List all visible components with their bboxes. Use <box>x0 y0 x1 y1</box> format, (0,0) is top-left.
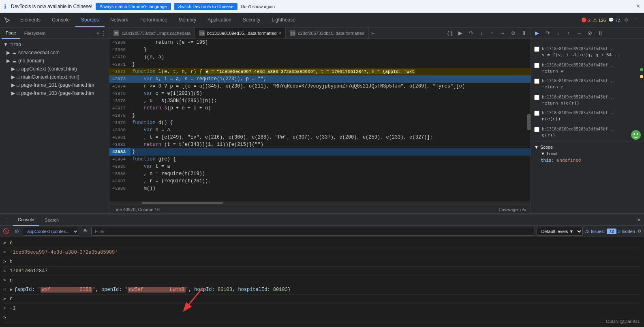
code-editor[interactable]: 43968 return t[e -= 195] 43969 } 43970 )… <box>109 39 531 205</box>
tree-item-nodomain[interactable]: ▶ ☁ (no domain) <box>0 57 109 65</box>
breakpoint-5: bc1318e8109ed35283a3dfb45bf... n(e(r)) <box>531 108 644 124</box>
close-bottom-panel-button[interactable]: × <box>637 216 641 224</box>
clear-console-icon[interactable]: 🚫 <box>2 227 11 236</box>
expand-icon: ▶ <box>6 58 10 64</box>
tab-application[interactable]: Application <box>202 13 237 27</box>
breakpoint-checkbox-3[interactable] <box>534 79 539 84</box>
step-into-icon[interactable]: ↓ <box>477 29 486 38</box>
tab-sources[interactable]: Sources <box>75 13 105 27</box>
console-menu-icon[interactable]: ⋮ <box>3 216 12 224</box>
preserve-log-icon[interactable]: ⊘ <box>12 227 21 236</box>
tab-elements[interactable]: Elements <box>15 13 46 27</box>
close-tab-2[interactable]: × <box>279 31 281 35</box>
issues-settings-icon[interactable]: ⚙ <box>637 228 642 235</box>
tab-security[interactable]: Security <box>237 13 266 27</box>
tab-page[interactable]: Page <box>2 28 20 39</box>
code-line-43979: 43979 function d() { <box>109 119 531 126</box>
right-panel-toolbar: ▶ ↷ ↓ ↑ → ⊘ ⏸ <box>531 28 644 39</box>
tree-item-appcontext[interactable]: ▶ □ appContext (context.html) <box>0 65 109 73</box>
scope-item-this: this: undefined <box>534 157 641 164</box>
pause-on-exceptions-button[interactable]: ⏸ <box>596 29 605 38</box>
step-out-button[interactable]: ↑ <box>564 29 573 38</box>
step-button[interactable]: → <box>575 29 584 38</box>
folder-icon: □ <box>17 74 19 80</box>
code-line-43987: 43987 , r = (require(t(261)), <box>109 177 531 185</box>
local-scope-header[interactable]: ▼ Local <box>534 150 641 157</box>
bottom-tabs: ⋮ Console Search × <box>0 214 644 226</box>
breakpoint-1: bc1318e8109ed35283a3dfb45bf... v = f(v, … <box>531 44 644 60</box>
eye-icon[interactable]: 👁 <box>81 227 90 236</box>
breakpoint-checkbox-1[interactable] <box>534 47 539 52</box>
switch-chinese-button[interactable]: Switch DevTools to Chinese <box>174 3 237 10</box>
code-area: JS c28cf285733dbcf...lmpz.cachedata JS b… <box>109 28 531 214</box>
resume-button[interactable]: ▶ <box>533 29 541 38</box>
tab-memory[interactable]: Memory <box>173 13 202 27</box>
deactivate-all-breakpoints-button[interactable]: ⊘ <box>585 29 594 38</box>
settings-gear-icon[interactable]: ⚙ <box>623 16 630 24</box>
folder-icon: □ <box>17 90 19 96</box>
pause-icon[interactable]: ▶ <box>456 29 465 38</box>
status-bar: Line 43970, Column 16 Coverage: n/a <box>109 205 531 214</box>
context-selector[interactable]: appContext (contex... <box>23 227 79 236</box>
code-line-43975: 43975 var c = e[i(202)](5) <box>109 90 531 97</box>
code-lines: 43968 return t[e -= 195] 43969 } 43970 )… <box>109 39 531 192</box>
tab-console[interactable]: Console <box>46 13 75 27</box>
error-badge: 🔴 2 <box>581 17 591 23</box>
step-icon[interactable]: → <box>498 29 507 38</box>
pretty-print-icon[interactable]: { } <box>445 29 454 38</box>
sidebar-menu-button[interactable]: ⋮ <box>99 30 107 37</box>
tab-network[interactable]: Network <box>105 13 134 27</box>
step-over-icon[interactable]: ↷ <box>466 29 475 38</box>
more-options-icon[interactable]: ⋮ <box>632 16 640 24</box>
file-tab-3[interactable]: JS c28cf285733dbcf...data:formatted <box>286 28 369 39</box>
tab-performance[interactable]: Performance <box>134 13 173 27</box>
sources-panel: Page Filesystem » ⋮ ▼ □ top ▶ ☁ servicew… <box>0 28 644 214</box>
breakpoint-checkbox-6[interactable] <box>534 127 539 132</box>
match-language-button[interactable]: Always match Chrome's language <box>96 3 171 10</box>
tab-filesystem[interactable]: Filesystem <box>20 28 50 39</box>
tree-item-pageframe101[interactable]: ▶ □ page-frame_101 (page-frame.htm <box>0 81 109 89</box>
info-icon: ℹ <box>4 3 6 10</box>
file-tabs-more-icon[interactable]: » <box>369 30 377 36</box>
folder-icon: □ <box>17 82 19 88</box>
issues-num-badge[interactable]: 72 <box>607 229 616 234</box>
step-out-icon[interactable]: ↑ <box>488 29 496 38</box>
folder-icon: □ <box>17 66 19 72</box>
code-line-43969: 43969 } <box>109 46 531 53</box>
right-panel-content: bc1318e8109ed35283a3dfb45bf... v = f(v, … <box>531 39 644 214</box>
close-infobar-button[interactable]: × <box>636 3 640 10</box>
breakpoint-checkbox-2[interactable] <box>534 63 539 68</box>
horizontal-scrollbar[interactable] <box>109 201 531 205</box>
console-line-n-in: < ▶ {appId: 'wxf 2352', openId: 'ow5ef L… <box>3 285 641 295</box>
deactivate-breakpoints-icon[interactable]: ⊘ <box>509 29 518 38</box>
code-line-43968: 43968 return t[e -= 195] <box>109 39 531 46</box>
tree-item-maincontext[interactable]: ▶ □ mainContext (context.html) <box>0 73 109 81</box>
log-level-selector[interactable]: Default levels ▼ <box>537 227 583 236</box>
file-tab-2[interactable]: JS bc1318e8109ed35...data:formatted × <box>195 28 286 39</box>
breakpoint-checkbox-5[interactable] <box>534 111 539 116</box>
devtools-body: Page Filesystem » ⋮ ▼ □ top ▶ ☁ servicew… <box>0 28 644 327</box>
breakpoint-4: bc1318e8109ed35283a3dfb45bf... return n(… <box>531 92 644 109</box>
console-filter-input[interactable] <box>91 227 535 236</box>
tree-item-servicewechat[interactable]: ▶ ☁ servicewechat.com <box>0 49 109 57</box>
tree-item-top[interactable]: ▼ □ top <box>0 41 109 49</box>
cursor-position: Line 43970, Column 16 <box>113 207 160 212</box>
code-line-43986: 43986 , n = require(t(219)) <box>109 170 531 177</box>
tab-search[interactable]: Search <box>40 214 64 226</box>
tab-lighthouse[interactable]: Lighthouse <box>266 13 301 27</box>
dismiss-button[interactable]: Don't show again <box>241 4 275 9</box>
tree-item-pageframe103[interactable]: ▶ □ page-frame_103 (page-frame.htm <box>0 89 109 97</box>
step-into-button[interactable]: ↓ <box>554 29 563 38</box>
file-tab-1[interactable]: JS c28cf285733dbcf...lmpz.cachedata <box>109 28 195 39</box>
breakpoint-checkbox-4[interactable] <box>534 95 539 100</box>
coverage-status: Coverage: n/a <box>499 207 526 212</box>
console-line-empty: > <box>3 313 641 323</box>
inspect-icon[interactable] <box>0 13 15 28</box>
step-over-button[interactable]: ↷ <box>543 29 552 38</box>
tab-console-bottom[interactable]: Console <box>13 214 39 226</box>
pause-on-exceptions-icon[interactable]: ⏸ <box>519 29 528 38</box>
sidebar-more-icon[interactable]: » <box>96 30 99 36</box>
scope-header[interactable]: ▼ Scope <box>534 144 641 150</box>
vertical-scrollbar-thumb[interactable] <box>527 114 531 130</box>
console-line-t-in: < 1709170612847 <box>3 267 641 276</box>
